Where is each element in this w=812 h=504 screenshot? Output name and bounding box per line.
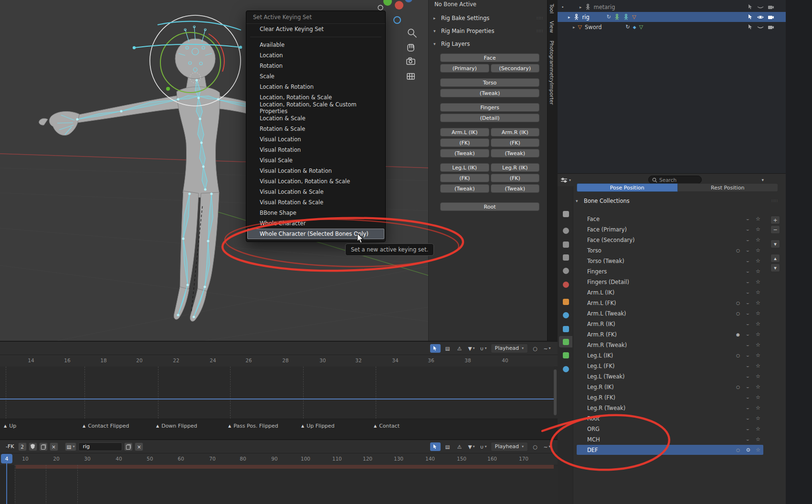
keying-set-menu-item[interactable]: Visual Location — [246, 134, 385, 145]
selectable-cursor-icon[interactable] — [748, 24, 753, 30]
properties-tab[interactable] — [559, 265, 572, 276]
bone-collection-row[interactable]: Leg.R (IK) ○ ⌣ ☆ — [577, 382, 763, 392]
pose-position-button[interactable]: Pose Position — [577, 183, 678, 192]
properties-tab[interactable] — [559, 225, 572, 236]
solo-star-icon[interactable]: ☆ — [756, 237, 760, 243]
properties-tab[interactable] — [559, 349, 572, 361]
bone-collection-row[interactable]: Torso (Tweak) ⌣ ☆ — [577, 256, 763, 266]
visibility-eye-icon[interactable]: ⌣ — [746, 395, 749, 400]
move-up-button[interactable]: ▴ — [770, 254, 780, 262]
render-camera-icon[interactable] — [768, 25, 774, 30]
marker-strip[interactable]: ▲ Up ▲ Contact Flipped ▲ Down Flipped ▲ … — [0, 419, 558, 441]
only-show-selected-toggle[interactable] — [430, 442, 441, 451]
visibility-eye-icon[interactable]: ⌣ — [746, 258, 749, 264]
add-collection-button[interactable]: + — [770, 216, 780, 224]
panel-header-rig-layers[interactable]: ▾ Rig Layers — [433, 39, 543, 49]
keying-set-menu-item[interactable]: Visual Rotation — [246, 145, 385, 155]
rig-layer-button[interactable]: Arm.L (IK) — [440, 128, 489, 136]
falloff-dropdown[interactable]: ∼▾ — [542, 344, 552, 353]
solo-star-icon[interactable]: ☆ — [756, 300, 760, 306]
solo-star-icon[interactable]: ☆ — [756, 331, 760, 337]
action-editor-track[interactable] — [0, 465, 554, 504]
bone-collection-row[interactable]: Leg.L (FK) ⌣ ☆ — [577, 361, 763, 371]
visibility-eye-icon[interactable]: ⌣ — [746, 279, 749, 285]
properties-tab[interactable] — [559, 208, 572, 220]
hide-eye-icon[interactable] — [757, 25, 764, 30]
new-action-copy-button[interactable] — [124, 442, 133, 451]
rig-layer-button[interactable]: Root — [440, 202, 539, 211]
options-dropdown[interactable]: ▾ — [761, 178, 764, 182]
visibility-eye-icon[interactable]: ⌣ — [746, 426, 749, 432]
keying-set-menu-item[interactable] — [250, 37, 381, 37]
keying-set-menu-item[interactable]: Visual Location & Scale — [246, 187, 385, 197]
playhead-dropdown[interactable]: Playhead▾ — [491, 344, 528, 353]
rig-layer-button[interactable]: Fingers — [440, 103, 539, 112]
rig-layer-button[interactable]: (FK) — [491, 174, 540, 182]
panel-grip-icon[interactable]: ∷∷ — [537, 16, 543, 21]
visibility-eye-icon[interactable]: ⌣ — [746, 384, 749, 390]
bone-collection-row[interactable]: Leg.R (FK) ⌣ ☆ — [577, 392, 763, 402]
solo-star-icon[interactable]: ☆ — [756, 405, 760, 411]
show-hidden-toggle[interactable]: ▤ — [443, 344, 453, 353]
bone-collection-row[interactable]: Leg.L (Tweak) ⌣ ☆ — [577, 371, 763, 381]
rig-layer-button[interactable]: Face — [440, 53, 539, 62]
visibility-eye-icon[interactable]: ⌣ — [746, 216, 749, 222]
rig-layer-button[interactable]: (FK) — [491, 138, 540, 147]
bone-collection-row[interactable]: Fingers ⌣ ☆ — [577, 266, 763, 276]
timeline-marker[interactable]: ▲ Contact — [374, 423, 400, 429]
properties-tab[interactable] — [559, 336, 572, 347]
rig-layer-button[interactable]: (Primary) — [440, 64, 489, 73]
rig-layer-button[interactable]: Arm.R (IK) — [491, 128, 540, 136]
solo-star-icon[interactable]: ☆ — [756, 426, 760, 432]
filter-dropdown[interactable]: ▼▾ — [467, 344, 476, 353]
solo-star-icon[interactable]: ☆ — [756, 226, 760, 232]
current-frame-badge[interactable]: 4 — [1, 454, 12, 463]
rig-layer-button[interactable]: Torso — [440, 78, 539, 87]
expand-icon[interactable]: ▸ — [568, 15, 570, 20]
timeline-marker[interactable]: ▲ Up Flipped — [301, 423, 335, 429]
visibility-eye-icon[interactable]: ⌣ — [746, 332, 749, 337]
visibility-eye-icon[interactable]: ⌣ — [746, 437, 749, 442]
solo-star-icon[interactable]: ☆ — [756, 321, 760, 327]
disable-render-camera-icon[interactable] — [768, 5, 774, 10]
snap-dropdown[interactable]: ∪▾ — [479, 344, 488, 353]
bone-collection-row[interactable]: Arm.R (IK) ⌣ ☆ — [577, 319, 763, 329]
solo-star-icon[interactable]: ☆ — [756, 415, 760, 421]
dope-sheet-track[interactable] — [0, 367, 554, 419]
rig-layer-button[interactable] — [440, 195, 539, 200]
selectable-cursor-icon[interactable] — [748, 4, 753, 10]
scrollbar[interactable] — [554, 369, 557, 415]
keying-set-menu-item[interactable]: Rotation & Scale — [246, 124, 385, 134]
properties-tab[interactable] — [559, 323, 572, 335]
unlink-action-button[interactable]: × — [50, 442, 58, 451]
snap-dropdown[interactable]: ∪▾ — [479, 442, 488, 451]
solo-star-icon[interactable]: ☆ — [756, 352, 760, 358]
expand-icon[interactable]: ▸ — [580, 5, 582, 10]
solo-star-icon[interactable]: ☆ — [756, 447, 760, 453]
proportional-editing-toggle[interactable]: ○ — [530, 344, 540, 353]
browse-action-dropdown[interactable]: ▤▾ — [65, 442, 77, 451]
keying-set-menu-item[interactable]: Rotation — [246, 61, 385, 71]
rig-layer-button[interactable]: (Tweak) — [440, 149, 489, 158]
visibility-eye-icon[interactable]: ⊙ — [746, 447, 750, 452]
bone-collection-row[interactable]: MCH ⌣ ☆ — [577, 434, 763, 444]
outliner-row-sword[interactable]: ▸ ▽ Sword ↻ ◆ ▽ — [558, 22, 786, 32]
solo-dot-icon[interactable]: ○ — [736, 301, 740, 305]
bone-collection-row[interactable]: ORG ⌣ ☆ — [577, 424, 763, 434]
visibility-eye-icon[interactable]: ⌣ — [746, 405, 749, 411]
rig-layer-button[interactable]: (Tweak) — [491, 184, 540, 193]
properties-tab[interactable] — [559, 363, 572, 375]
rig-layer-button[interactable] — [440, 99, 539, 101]
show-errors-icon[interactable]: ⚠ — [455, 442, 464, 451]
editor-type-dropdown[interactable]: ▾ — [560, 177, 571, 183]
visibility-eye-icon[interactable] — [757, 15, 764, 20]
character-mesh[interactable] — [39, 39, 268, 321]
visibility-eye-icon[interactable]: ⌣ — [746, 342, 749, 348]
sidebar-tab[interactable]: PhotogrammetryImporter — [548, 37, 556, 109]
solo-star-icon[interactable]: ☆ — [756, 394, 760, 400]
visibility-eye-icon[interactable]: ⌣ — [746, 248, 749, 253]
duplicate-action-button[interactable] — [39, 442, 48, 451]
keying-set-menu-item[interactable]: Scale — [246, 71, 385, 82]
bone-collection-row[interactable]: Leg.L (IK) ○ ⌣ ☆ — [577, 350, 763, 360]
visibility-eye-icon[interactable]: ⌣ — [746, 353, 749, 358]
